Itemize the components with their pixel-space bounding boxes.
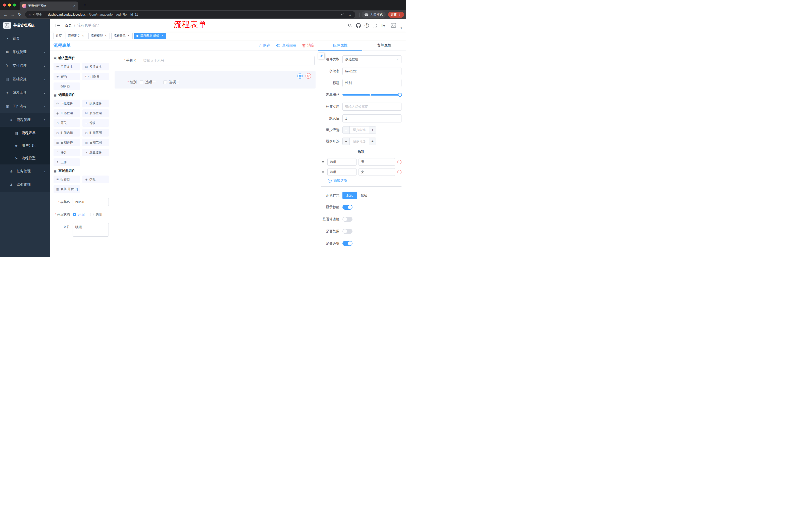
tag-process-definition[interactable]: 流程定义 ×: [65, 33, 87, 39]
hamburger-icon[interactable]: [53, 22, 63, 29]
fullscreen-icon[interactable]: [373, 23, 377, 28]
palette-chip-single-line-text[interactable]: ▭单行文本: [54, 63, 80, 71]
minimize-window-button[interactable]: [8, 3, 11, 6]
tag-home[interactable]: 首页: [54, 33, 64, 39]
close-icon[interactable]: ×: [104, 34, 108, 38]
incognito-badge[interactable]: 无痕模式: [361, 11, 386, 18]
form-grid-slider[interactable]: [343, 91, 402, 99]
option-value-input[interactable]: [358, 168, 395, 176]
border-toggle[interactable]: [343, 217, 352, 222]
palette-chip-radio-group[interactable]: ◉单选框组: [54, 109, 80, 117]
increase-button[interactable]: +: [369, 127, 376, 134]
palette-chip-upload[interactable]: ↥上传: [54, 158, 80, 166]
browser-menu-icon[interactable]: ⋮: [399, 13, 402, 17]
form-canvas[interactable]: 手机号: [112, 51, 318, 257]
slider-handle[interactable]: [398, 93, 402, 97]
browser-update-button[interactable]: 更新 ⋮: [388, 12, 404, 18]
tab-form-props[interactable]: 表单属性: [362, 40, 406, 51]
close-window-button[interactable]: [3, 3, 6, 6]
drag-handle-icon[interactable]: ≡: [321, 170, 325, 174]
close-icon[interactable]: ×: [81, 34, 85, 38]
option-value-input[interactable]: [358, 158, 395, 166]
palette-chip-date-picker[interactable]: ▦日期选择: [54, 139, 80, 146]
copy-component-button[interactable]: [297, 73, 303, 79]
clear-button[interactable]: 清空: [302, 43, 315, 48]
zoom-window-button[interactable]: [13, 3, 16, 6]
style-button-button[interactable]: 按钮: [357, 192, 371, 199]
palette-chip-time-range[interactable]: ◴时间范围: [82, 129, 109, 137]
palette-chip-row-container[interactable]: ⊞行容器: [54, 175, 80, 183]
add-option-button[interactable]: + 添加选项: [328, 178, 402, 183]
palette-chip-slider[interactable]: ⊸滑块: [82, 119, 109, 127]
remark-textarea[interactable]: 嘿嘿: [72, 223, 109, 237]
link-icon[interactable]: [318, 53, 324, 59]
security-label[interactable]: 不安全: [33, 12, 42, 17]
palette-chip-table[interactable]: ▦表格[开发中]: [54, 185, 80, 193]
checkbox[interactable]: [140, 80, 143, 84]
sidebar-item-home[interactable]: ◔ 首页: [0, 32, 50, 45]
save-button[interactable]: ✓ 保存: [258, 43, 270, 48]
sidebar-item-process-management[interactable]: ≡ 流程管理 ∧: [0, 113, 50, 127]
github-icon[interactable]: [356, 23, 361, 28]
palette-chip-cascade-select[interactable]: ⋔级联选择: [82, 100, 109, 107]
sidebar-item-task-management[interactable]: ⋔ 任务管理 ∨: [0, 164, 50, 178]
tag-process-model[interactable]: 流程模型 ×: [88, 33, 110, 39]
sidebar-item-user-group[interactable]: ☻ 用户分组: [0, 139, 50, 152]
sidebar-item-leave-query[interactable]: ♟ 请假查询: [0, 178, 50, 192]
sidebar-item-process-form[interactable]: ▤ 流程表单: [0, 127, 50, 139]
palette-chip-multi-line-text[interactable]: ▤多行文本: [82, 63, 109, 71]
default-value-input[interactable]: [343, 114, 402, 123]
tag-process-form-edit[interactable]: 流程表单-编辑 ×: [134, 33, 166, 39]
selected-component-gender[interactable]: 性别 选项一 选项二: [115, 71, 316, 88]
palette-chip-password[interactable]: ⊝密码: [54, 73, 80, 80]
max-select-input[interactable]: [350, 138, 369, 145]
new-tab-button[interactable]: +: [81, 2, 88, 8]
close-icon[interactable]: ×: [161, 34, 164, 38]
view-json-button[interactable]: 查看json: [276, 43, 296, 48]
palette-chip-rate[interactable]: ☆评分: [54, 148, 80, 156]
option-name-input[interactable]: [327, 158, 356, 166]
decrease-button[interactable]: −: [343, 138, 350, 145]
palette-chip-button[interactable]: ◈按钮: [82, 175, 109, 183]
sidebar-item-payment[interactable]: ¥ 支付管理 ∨: [0, 59, 50, 73]
help-icon[interactable]: ?: [365, 23, 369, 28]
palette-chip-date-range[interactable]: ▥日期范围: [82, 139, 109, 146]
drag-handle-icon[interactable]: ≡: [321, 160, 325, 164]
close-icon[interactable]: ×: [127, 34, 130, 38]
avatar[interactable]: [389, 21, 398, 30]
decrease-button[interactable]: −: [343, 127, 350, 134]
sidebar-item-infrastructure[interactable]: ▤ 基础设施 ∨: [0, 73, 50, 86]
breadcrumb-home[interactable]: 首页: [65, 23, 72, 28]
palette-chip-checkbox-group[interactable]: ☑多选框组: [82, 109, 109, 117]
gender-option-1[interactable]: 选项一: [140, 80, 156, 84]
forward-button[interactable]: →: [9, 11, 16, 18]
checkbox[interactable]: [163, 80, 167, 84]
status-radio-off[interactable]: 关闭: [90, 211, 102, 218]
palette-chip-dropdown-select[interactable]: ◎下拉选择: [54, 100, 80, 107]
sidebar-item-workflow[interactable]: ▣ 工作流程 ∧: [0, 100, 50, 113]
reload-button[interactable]: ↻: [16, 11, 23, 18]
sidebar-item-system[interactable]: ✱ 系统管理 ∨: [0, 45, 50, 59]
component-type-select[interactable]: 多选框组 ∨: [343, 55, 402, 63]
required-toggle[interactable]: [343, 241, 352, 246]
disabled-toggle[interactable]: [343, 229, 352, 234]
palette-chip-time-picker[interactable]: ◷时间选择: [54, 129, 80, 137]
sidebar-item-devtools[interactable]: ✦ 研发工具 ∨: [0, 86, 50, 100]
min-select-input[interactable]: [350, 127, 369, 134]
show-label-toggle[interactable]: [343, 205, 352, 210]
palette-chip-switch[interactable]: ⊙开关: [54, 119, 80, 127]
remove-option-button[interactable]: −: [397, 160, 402, 164]
avatar-caret-icon[interactable]: ▾: [401, 26, 402, 30]
password-key-icon[interactable]: [339, 13, 345, 17]
palette-chip-color-picker[interactable]: ◑颜色选择: [82, 148, 109, 156]
style-default-button[interactable]: 默认: [343, 192, 357, 199]
remove-option-button[interactable]: −: [397, 170, 402, 174]
status-radio-on[interactable]: 开启: [72, 211, 85, 218]
search-icon[interactable]: [348, 23, 352, 28]
title-input[interactable]: [343, 79, 402, 87]
bookmark-star-icon[interactable]: ☆: [347, 12, 353, 17]
address-bar[interactable]: ⚠ 不安全 | dashboard.yudao.iocoder.cn/bpm/m…: [25, 11, 355, 18]
label-width-input[interactable]: [343, 103, 402, 111]
tab-component-props[interactable]: 组件属性: [318, 40, 362, 51]
increase-button[interactable]: +: [369, 138, 376, 145]
